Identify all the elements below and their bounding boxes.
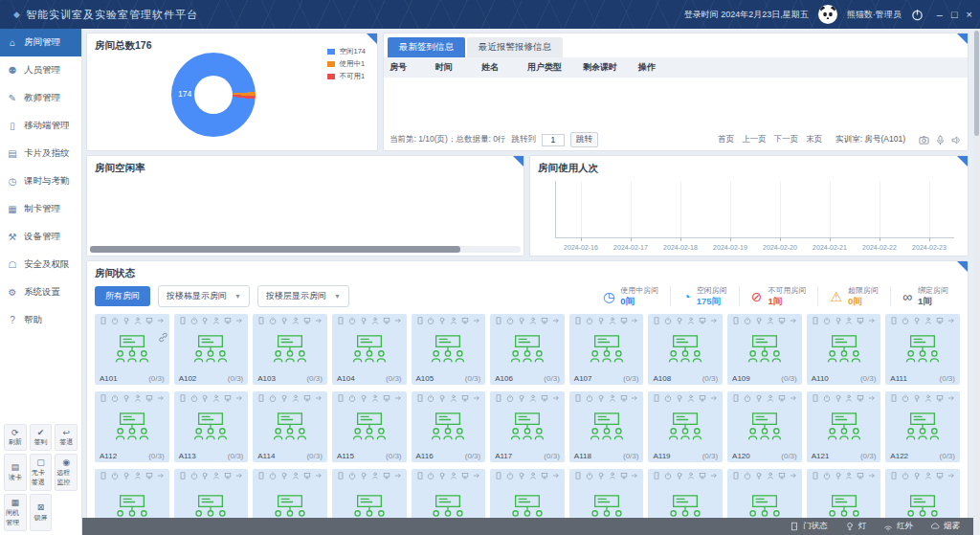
sidebar-item[interactable]: ⚒ 设备管理 [0,223,81,251]
room-card[interactable]: A116 (0/3) [412,391,486,462]
room-card[interactable]: A110 (0/3) [807,314,881,385]
room-card[interactable]: A117 (0/3) [490,391,565,462]
room-card[interactable]: A115 (0/3) [332,391,407,462]
room-card[interactable]: A105 (0/3) [412,314,486,385]
quick-action-button[interactable]: ▦ 闸机管理 [4,494,27,531]
door-icon [337,472,345,479]
power-icon[interactable] [911,9,924,21]
sidebar-item[interactable]: ▤ 卡片及指纹 [0,140,81,167]
sidebar-item[interactable]: ▯ 移动端管理 [0,112,81,140]
quick-action-button[interactable]: ⟳ 刷新 [4,424,27,452]
classroom-icon [426,335,470,364]
room-stat: ⊘ 不可用房间 1间 [739,286,818,307]
all-rooms-button[interactable]: 所有房间 [95,286,150,306]
microphone-icon[interactable] [935,135,946,145]
sidebar-item[interactable]: ⌂ 房间管理 [0,29,81,56]
room-card[interactable]: A102 (0/3) [174,314,249,385]
room-card[interactable]: A112 (0/3) [95,391,169,462]
door-icon [812,317,819,324]
power-icon [586,472,593,479]
tab[interactable]: 最新签到信息 [388,37,465,57]
floor-filter-dropdown[interactable]: 按楼层显示房间 ▼ [257,285,349,307]
scrollbar-thumb[interactable] [974,31,979,136]
room-card[interactable]: A109 (0/3) [727,314,802,385]
power-icon [427,394,434,402]
x-tick: 2024-02-22 [855,181,904,237]
pagination-link[interactable]: 下一页 [774,134,799,145]
room-name: A116 [416,452,434,460]
quick-action-button[interactable]: ⊠ 锁屏 [30,494,53,531]
chevron-down-icon: ▼ [234,293,241,300]
room-card[interactable]: A114 (0/3) [253,391,327,462]
jump-page-input[interactable] [542,134,565,146]
panel-expand-icon[interactable] [367,33,377,44]
quick-action-icon: ⟳ [11,428,19,438]
room-card[interactable]: A118 (0/3) [569,391,644,462]
sidebar-item[interactable]: ⚙ 系统设置 [0,279,81,306]
room-name: A122 [890,452,908,460]
jump-button[interactable]: 跳转 [570,132,598,147]
quick-action-button[interactable]: ▢ 无卡签退 [30,454,53,491]
tab[interactable]: 最近报警报修信息 [467,37,563,57]
room-card[interactable]: A122 (0/3) [885,391,960,462]
room-card[interactable]: A120 (0/3) [727,391,802,462]
room-card[interactable]: A104 (0/3) [332,314,407,385]
room-card[interactable]: A107 (0/3) [569,314,644,385]
room-card[interactable]: A121 (0/3) [807,391,881,462]
speaker-icon[interactable] [951,135,962,145]
room-card[interactable]: A101 (0/3) [95,314,169,385]
pagination-link[interactable]: 首页 [718,134,734,145]
sidebar-item[interactable]: ✎ 教师管理 [0,84,81,112]
close-button[interactable]: × [967,10,972,20]
panel-expand-icon[interactable] [957,261,968,272]
sidebar-item[interactable]: ? 帮助 [0,306,81,334]
tab-label: 最近报警报修信息 [479,41,551,52]
vertical-scrollbar[interactable] [973,29,980,535]
sidebar-item-label: 卡片及指纹 [24,147,70,160]
pagination-link[interactable]: 末页 [806,134,822,145]
sidebar-item[interactable]: ◷ 课时与考勤 [0,167,81,195]
monitor-icon [857,317,864,324]
person-icon [609,317,616,324]
sidebar-item[interactable]: ☖ 安全及权限 [0,251,81,279]
sidebar-item[interactable]: ▦ 制卡管理 [0,195,81,223]
horizontal-scrollbar[interactable] [90,246,521,253]
light-icon [438,317,446,324]
vacancy-rate-title: 房间空闲率 [87,156,523,175]
monitor-icon [145,472,153,479]
quick-action-button[interactable]: ✔ 签到 [30,424,53,452]
minimize-button[interactable]: – [937,10,943,20]
power-icon [269,394,277,402]
maximize-button[interactable]: □ [951,10,958,20]
light-icon [280,317,288,324]
power-icon [664,317,672,324]
monitor-icon [620,472,628,479]
panel-expand-icon[interactable] [957,156,968,167]
power-icon [190,394,198,402]
door-icon [257,317,265,324]
sidebar-item[interactable]: ⚉ 人员管理 [0,56,81,84]
room-card[interactable]: A119 (0/3) [648,391,723,462]
quick-action-button[interactable]: ◉ 远程监控 [55,454,78,491]
panel-expand-icon[interactable] [957,33,968,44]
room-card[interactable]: A106 (0/3) [490,314,565,385]
pagination-link[interactable]: 上一页 [742,134,767,145]
quick-action-button[interactable]: ▤ 读卡 [4,454,27,491]
quick-action-button[interactable]: ↩ 签退 [55,424,78,452]
room-device-icons [414,472,483,479]
signin-tabs: 最新签到信息 最近报警报修信息 [384,33,968,57]
person-icon [609,472,616,479]
room-card[interactable]: A103 (0/3) [253,314,327,385]
light-icon [676,472,683,479]
scrollbar-thumb[interactable] [90,246,460,253]
camera-icon[interactable] [919,135,929,145]
room-card[interactable]: A111 (0/3) [885,314,960,385]
monitor-icon [936,317,944,324]
building-filter-dropdown[interactable]: 按楼栋显示房间 ▼ [158,285,250,307]
room-card[interactable]: A113 (0/3) [174,391,249,462]
room-device-icons [414,317,483,324]
send-icon [947,394,955,402]
monitor-icon [699,472,706,479]
room-card[interactable]: A108 (0/3) [648,314,723,385]
panel-expand-icon[interactable] [513,156,523,167]
